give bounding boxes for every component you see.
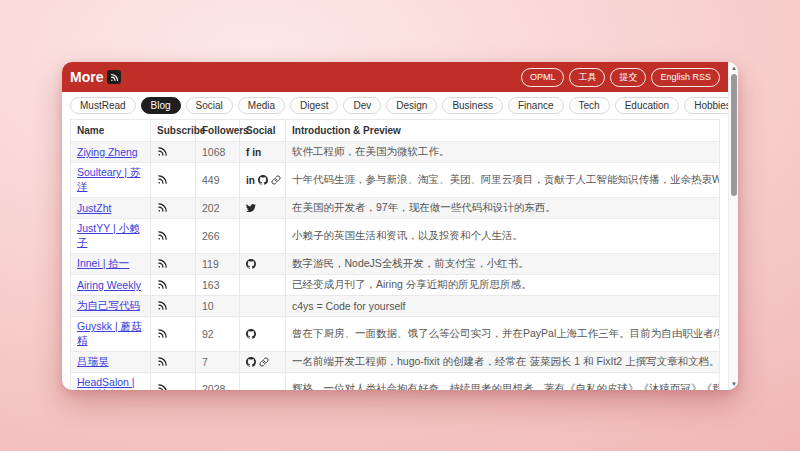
feed-name-link[interactable]: JustZht — [77, 202, 111, 214]
table-header-row: NameSubscribeFollowersSocialIntroduction… — [71, 120, 720, 142]
table-row: Soulteary | 苏洋449in十年代码生涯，参与新浪、淘宝、美团、阿里云… — [71, 163, 720, 198]
feed-preview: 曾在下厨房、一面数据、饿了么等公司实习，并在PayPal上海工作三年。目前为自由… — [286, 317, 720, 352]
feeds-table: NameSubscribeFollowersSocialIntroduction… — [70, 119, 720, 390]
feed-name-link[interactable]: Innei | 拾一 — [77, 257, 129, 269]
tab-dev[interactable]: Dev — [343, 97, 381, 114]
tab-digest[interactable]: Digest — [290, 97, 338, 114]
table-row: Ziying Zheng1068fin软件工程师，在美国为微软工作。 — [71, 142, 720, 163]
followers-count: 2028 — [196, 373, 240, 391]
social-links — [246, 329, 279, 339]
social-links — [246, 357, 279, 367]
social-links: fin — [246, 147, 279, 158]
feed-name-link[interactable]: Airing Weekly — [77, 279, 141, 291]
twitter-icon[interactable] — [246, 203, 256, 213]
tab-tech[interactable]: Tech — [569, 97, 610, 114]
rss-icon[interactable] — [157, 383, 168, 391]
github-icon[interactable] — [246, 259, 256, 269]
feed-preview: 已经变成月刊了，Airing 分享近期的所见所思所感。 — [286, 275, 720, 296]
followers-count: 449 — [196, 163, 240, 198]
feed-name-link[interactable]: Soulteary | 苏洋 — [77, 166, 140, 192]
feed-name-link[interactable]: HeadSalon | 海德沙龙 — [77, 376, 135, 390]
header-button-english-rss[interactable]: English RSS — [651, 68, 720, 87]
feed-name-link[interactable]: 为自己写代码 — [77, 299, 140, 311]
rss-icon[interactable] — [157, 300, 168, 311]
table-row: 为自己写代码10c4ys = Code for yourself — [71, 296, 720, 317]
table-row: Innei | 拾一119数字游民，NodeJS全栈开发，前支付宝，小红书。 — [71, 254, 720, 275]
github-icon[interactable] — [258, 175, 268, 185]
tab-design[interactable]: Design — [386, 97, 437, 114]
followers-count: 10 — [196, 296, 240, 317]
site-title: More — [70, 69, 103, 85]
scroll-up-icon[interactable]: ▲ — [729, 64, 738, 72]
header-button-opml[interactable]: OPML — [521, 68, 565, 87]
header-button-1[interactable]: 工具 — [569, 68, 605, 87]
header-actions: OPML工具提交English RSS — [521, 68, 720, 87]
app-content: More OPML工具提交English RSS MustReadBlogSoc… — [62, 62, 728, 390]
feed-preview: 数字游民，NodeJS全栈开发，前支付宝，小红书。 — [286, 254, 720, 275]
github-icon[interactable] — [246, 329, 256, 339]
column-header-introduction-preview: Introduction & Preview — [286, 120, 720, 142]
tab-education[interactable]: Education — [615, 97, 679, 114]
linkedin-icon[interactable]: in — [252, 147, 261, 158]
category-tabs: MustReadBlogSocialMediaDigestDevDesignBu… — [62, 92, 728, 119]
table-container: NameSubscribeFollowersSocialIntroduction… — [62, 119, 728, 390]
followers-count: 202 — [196, 198, 240, 219]
header-bar: More OPML工具提交English RSS — [62, 62, 728, 92]
tab-finance[interactable]: Finance — [508, 97, 564, 114]
followers-count: 266 — [196, 219, 240, 254]
followers-count: 1068 — [196, 142, 240, 163]
table-row: Airing Weekly163已经变成月刊了，Airing 分享近期的所见所思… — [71, 275, 720, 296]
rss-icon[interactable] — [157, 174, 168, 185]
feed-name-link[interactable]: Guyskk | 蘑菇精 — [77, 320, 142, 346]
feed-preview: 小赖子的英国生活和资讯，以及投资和个人生活。 — [286, 219, 720, 254]
feed-name-link[interactable]: Ziying Zheng — [77, 146, 138, 158]
tab-social[interactable]: Social — [186, 97, 233, 114]
scroll-down-icon[interactable]: ▼ — [729, 380, 738, 388]
rss-icon[interactable] — [157, 279, 168, 290]
tab-media[interactable]: Media — [238, 97, 285, 114]
feed-preview: 辉格，一位对人类社会抱有好奇、持续思考的思想者，著有《自私的皮球》《沐猿而冠》《… — [286, 373, 720, 391]
site-logo[interactable]: More — [70, 69, 121, 85]
column-header-social: Social — [240, 120, 286, 142]
link-icon[interactable] — [259, 357, 269, 367]
facebook-icon[interactable]: f — [246, 147, 249, 158]
tab-blog[interactable]: Blog — [141, 97, 181, 114]
table-body: Ziying Zheng1068fin软件工程师，在美国为微软工作。Soulte… — [71, 142, 720, 391]
tab-business[interactable]: Business — [442, 97, 503, 114]
rss-badge-icon[interactable] — [107, 70, 121, 84]
scrollbar[interactable]: ▲ ▼ — [728, 62, 738, 390]
feed-preview: 在美国的开发者，97年，现在做一些代码和设计的东西。 — [286, 198, 720, 219]
social-links — [246, 203, 279, 213]
feed-preview: 十年代码生涯，参与新浪、淘宝、美团、阿里云项目，贡献于人工智能知识传播，业余热衷… — [286, 163, 720, 198]
social-links — [246, 259, 279, 269]
header-button-2[interactable]: 提交 — [610, 68, 646, 87]
feed-preview: 一名前端开发工程师，hugo-fixit 的创建者，经常在 菠菜园长 1 和 F… — [286, 352, 720, 373]
table-row: Guyskk | 蘑菇精92曾在下厨房、一面数据、饿了么等公司实习，并在PayP… — [71, 317, 720, 352]
social-links: in — [246, 175, 279, 186]
rss-icon[interactable] — [157, 328, 168, 339]
rss-icon[interactable] — [157, 146, 168, 157]
app-window: More OPML工具提交English RSS MustReadBlogSoc… — [62, 62, 738, 390]
link-icon[interactable] — [271, 175, 281, 185]
followers-count: 119 — [196, 254, 240, 275]
linkedin-icon[interactable]: in — [246, 175, 255, 186]
github-icon[interactable] — [246, 357, 256, 367]
rss-icon[interactable] — [157, 230, 168, 241]
tab-mustread[interactable]: MustRead — [70, 97, 136, 114]
rss-icon[interactable] — [157, 356, 168, 367]
table-row: JustYY | 小赖子266小赖子的英国生活和资讯，以及投资和个人生活。 — [71, 219, 720, 254]
column-header-followers: Followers — [196, 120, 240, 142]
rss-icon[interactable] — [157, 202, 168, 213]
table-row: HeadSalon | 海德沙龙2028辉格，一位对人类社会抱有好奇、持续思考的… — [71, 373, 720, 391]
rss-icon[interactable] — [157, 258, 168, 269]
scrollbar-thumb[interactable] — [731, 74, 737, 196]
feed-name-link[interactable]: 吕瑞昊 — [77, 355, 109, 367]
feed-name-link[interactable]: JustYY | 小赖子 — [77, 222, 140, 248]
feed-preview: 软件工程师，在美国为微软工作。 — [286, 142, 720, 163]
followers-count: 7 — [196, 352, 240, 373]
column-header-subscribe: Subscribe — [151, 120, 196, 142]
table-row: JustZht202在美国的开发者，97年，现在做一些代码和设计的东西。 — [71, 198, 720, 219]
column-header-name: Name — [71, 120, 151, 142]
followers-count: 92 — [196, 317, 240, 352]
feed-preview: c4ys = Code for yourself — [286, 296, 720, 317]
